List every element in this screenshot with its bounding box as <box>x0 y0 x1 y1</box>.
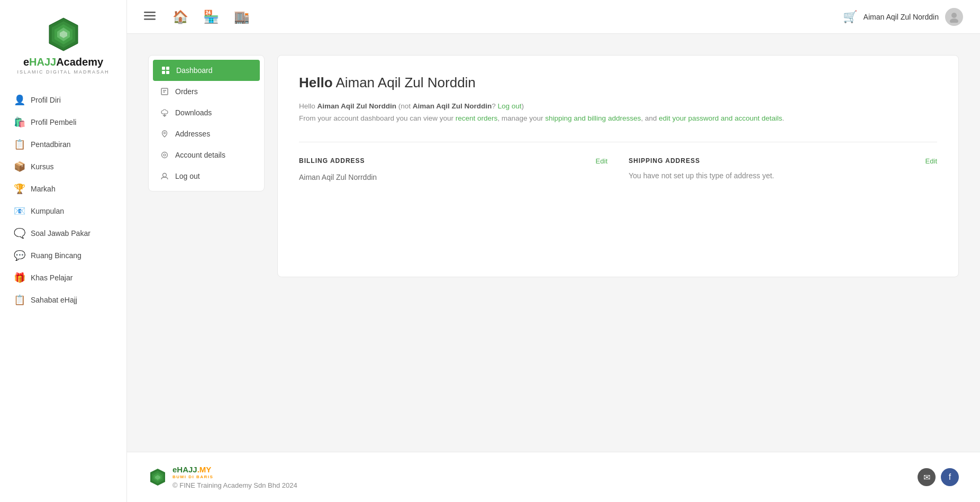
svg-rect-11 <box>166 67 169 70</box>
greeting-text: Hello Aiman Aqil Zul Norddin (not Aiman … <box>299 101 937 125</box>
sidebar-item-markah[interactable]: 🏆 Markah <box>6 178 120 199</box>
greeting-prefix: Hello <box>299 102 317 110</box>
recent-orders-link[interactable]: recent orders <box>456 114 498 122</box>
account-menu-logout[interactable]: Log out <box>149 166 264 187</box>
sidebar-item-label: Markah <box>31 185 56 193</box>
sidebar-item-profil-diri[interactable]: 👤 Profil Diri <box>6 89 120 111</box>
addresses-menu-label: Addresses <box>175 130 210 138</box>
logo-brand-academy: Academy <box>56 56 103 68</box>
downloads-menu-label: Downloads <box>175 108 212 117</box>
shipping-link[interactable]: shipping and billing addresses <box>545 114 641 122</box>
user-avatar[interactable] <box>945 8 963 26</box>
logout-menu-label: Log out <box>175 172 200 180</box>
topnav-right: 🛒 Aiman Aqil Zul Norddin <box>843 8 963 26</box>
account-menu-account-details[interactable]: Account details <box>149 144 264 166</box>
sidebar-item-pentadbiran[interactable]: 📋 Pentadbiran <box>6 134 120 155</box>
markah-icon: 🏆 <box>14 183 25 195</box>
kursus-icon: 📦 <box>14 161 25 172</box>
logo-brand-e: e <box>23 56 29 68</box>
main-content: 🏠 🏪 🏬 🛒 Aiman Aqil Zul Norddin <box>127 0 980 502</box>
svg-rect-7 <box>144 19 156 20</box>
facebook-social-icon[interactable]: f <box>941 468 959 486</box>
sidebar-item-label: Kumpulan <box>31 207 64 215</box>
svg-point-19 <box>162 152 168 158</box>
dashboard-menu-label: Dashboard <box>176 66 213 75</box>
hello-label: Hello <box>299 75 333 90</box>
desc-period: . <box>782 114 784 122</box>
shipping-address-block: SHIPPING ADDRESS Edit You have not set u… <box>629 157 937 183</box>
footer-logo: eHAJJ.MY BUMI DI BARIS © FINE Training A… <box>148 465 297 489</box>
billing-edit-link[interactable]: Edit <box>596 157 607 165</box>
svg-rect-13 <box>166 71 169 74</box>
shop-nav-icon[interactable]: 🏬 <box>234 10 250 24</box>
topnav: 🏠 🏪 🏬 🛒 Aiman Aqil Zul Norddin <box>127 0 980 34</box>
sidebar-item-label: Khas Pelajar <box>31 273 72 282</box>
sidebar-item-sahabat-ehajj[interactable]: 📋 Sahabat eHajj <box>6 289 120 311</box>
sidebar-item-kursus[interactable]: 📦 Kursus <box>6 156 120 177</box>
greeting-not-text: (not <box>396 102 413 110</box>
shipping-empty-text: You have not set up this type of address… <box>629 171 937 180</box>
sidebar: e HAJJ Academy ISLAMIC DIGITAL MADRASAH … <box>0 0 127 502</box>
home-nav-icon[interactable]: 🏠 <box>173 10 188 24</box>
account-menu-orders[interactable]: Orders <box>149 81 264 102</box>
svg-rect-6 <box>144 15 156 17</box>
footer-dot-my: .MY <box>197 465 212 474</box>
svg-rect-14 <box>161 88 168 95</box>
email-social-icon[interactable]: ✉ <box>918 468 936 486</box>
profil-diri-icon: 👤 <box>14 94 25 106</box>
logout-menu-icon <box>159 172 170 180</box>
account-sidebar: Dashboard Orders Downloads <box>148 55 265 191</box>
topnav-icons: 🏠 🏪 🏬 <box>173 10 250 24</box>
account-menu-dashboard[interactable]: Dashboard <box>153 60 260 81</box>
greeting-bold-username: Aiman Aqil Zul Norddin <box>317 102 397 110</box>
sidebar-item-label: Ruang Bincang <box>31 251 81 260</box>
footer: eHAJJ.MY BUMI DI BARIS © FINE Training A… <box>127 452 980 502</box>
footer-copyright: © FINE Training Academy Sdn Bhd 2024 <box>173 481 297 489</box>
account-menu-downloads[interactable]: Downloads <box>149 102 264 123</box>
logout-link[interactable]: Log out <box>498 102 522 110</box>
sidebar-toggle-button[interactable] <box>144 11 156 23</box>
shipping-address-title: SHIPPING ADDRESS <box>629 157 700 165</box>
addresses-menu-icon <box>159 130 170 138</box>
sidebar-item-kumpulan[interactable]: 📧 Kumpulan <box>6 200 120 222</box>
sahabat-icon: 📋 <box>14 294 25 306</box>
address-grid: BILLING ADDRESS Edit Aiman Aqil Zul Norr… <box>299 142 937 183</box>
svg-point-8 <box>951 13 957 18</box>
dashboard-menu-icon <box>160 66 171 75</box>
shipping-edit-link[interactable]: Edit <box>925 157 937 165</box>
password-link[interactable]: edit your password and account details <box>659 114 782 122</box>
hello-username-text: Aiman Aqil Zul Norddin <box>335 75 475 90</box>
desc-middle: , manage your <box>497 114 543 122</box>
sidebar-logo: e HAJJ Academy ISLAMIC DIGITAL MADRASAH <box>17 16 109 75</box>
shipping-address-header: SHIPPING ADDRESS Edit <box>629 157 937 165</box>
billing-address-text: Aiman Aqil Zul Norrddin <box>299 171 607 183</box>
sidebar-item-label: Pentadbiran <box>31 140 71 149</box>
sidebar-nav: 👤 Profil Diri 🛍️ Profil Pembeli 📋 Pentad… <box>0 89 126 312</box>
sidebar-item-label: Soal Jawab Pakar <box>31 229 90 238</box>
desc-end: , and <box>641 114 657 122</box>
account-menu-addresses[interactable]: Addresses <box>149 123 264 144</box>
account-main-panel: Hello Aiman Aqil Zul Norddin Hello Aiman… <box>277 55 959 277</box>
logo-brand-hajj: HAJJ <box>29 56 56 68</box>
footer-brand: eHAJJ.MY BUMI DI BARIS <box>173 465 297 479</box>
sidebar-item-label: Kursus <box>31 162 54 171</box>
desc-prefix: From your account dashboard you can view… <box>299 114 453 122</box>
sidebar-item-soal-jawab-pakar[interactable]: 🗨️ Soal Jawab Pakar <box>6 223 120 244</box>
cart-button[interactable]: 🛒 <box>843 10 857 24</box>
sidebar-item-label: Profil Pembeli <box>31 118 76 126</box>
sidebar-item-ruang-bincang[interactable]: 💬 Ruang Bincang <box>6 245 120 266</box>
svg-point-21 <box>163 174 167 177</box>
svg-rect-10 <box>162 67 165 70</box>
footer-sub: BUMI DI BARIS <box>173 474 297 479</box>
sidebar-item-khas-pelajar[interactable]: 🎁 Khas Pelajar <box>6 267 120 288</box>
billing-address-block: BILLING ADDRESS Edit Aiman Aqil Zul Norr… <box>299 157 607 183</box>
svg-rect-5 <box>144 12 156 13</box>
logo-icon <box>45 16 82 53</box>
account-details-menu-label: Account details <box>175 151 225 159</box>
footer-social: ✉ f <box>918 468 959 486</box>
topnav-username: Aiman Aqil Zul Norddin <box>864 13 939 21</box>
soal-jawab-icon: 🗨️ <box>14 227 25 239</box>
orders-menu-label: Orders <box>175 87 198 96</box>
sidebar-item-profil-pembeli[interactable]: 🛍️ Profil Pembeli <box>6 112 120 133</box>
store-nav-icon[interactable]: 🏪 <box>203 10 219 24</box>
